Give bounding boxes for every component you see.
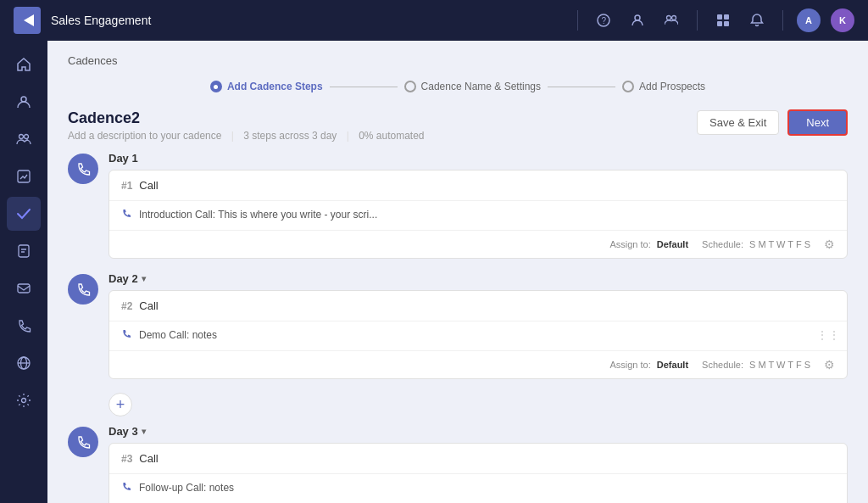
step-3-body: Follow-up Call: notes — [109, 473, 847, 503]
top-navigation: Sales Engagement ? — [0, 0, 868, 41]
step-3-item: Add Prospects — [622, 81, 705, 92]
nav-icons: ? — [574, 8, 854, 32]
sidebar-item-contacts[interactable] — [7, 85, 41, 119]
svg-rect-13 — [19, 245, 29, 257]
step-1-schedule: Schedule: S M T W T F S — [702, 239, 810, 249]
sidebar-item-people[interactable] — [7, 122, 41, 156]
step-line-1 — [330, 87, 398, 87]
svg-point-10 — [19, 135, 24, 139]
svg-point-3 — [667, 16, 671, 20]
avatar-k[interactable]: K — [831, 8, 854, 32]
save-exit-button[interactable]: Save & Exit — [697, 110, 779, 135]
step-2-detail: Demo Call: notes — [121, 328, 835, 342]
svg-rect-12 — [18, 170, 30, 182]
step-1-number: #1 — [121, 180, 132, 192]
step-3-header: #3 Call — [109, 444, 847, 473]
avatar-a[interactable]: A — [797, 8, 821, 32]
step-2-schedule: Schedule: S M T W T F S — [702, 360, 810, 370]
next-button[interactable]: Next — [787, 109, 848, 136]
step-3-circle — [622, 81, 634, 92]
svg-rect-8 — [724, 21, 729, 26]
steps-progress: Add Cadence Steps Cadence Name & Setting… — [68, 81, 848, 92]
day-1-section: Day 1 #1 Call Introduction Call: This is… — [68, 152, 848, 259]
step-2-phone-icon — [121, 328, 132, 342]
cadence-description: Add a description to your cadence | 3 st… — [68, 130, 425, 142]
svg-point-17 — [22, 399, 26, 403]
sidebar-item-reports[interactable] — [7, 159, 41, 193]
svg-rect-5 — [717, 14, 722, 20]
step-2-footer: Assign to: Default Schedule: S M T W T F… — [109, 350, 847, 378]
day-1-label: Day 1 — [108, 152, 848, 165]
day-2-section: Day 2 ▾ #2 Call Demo Call: notes — [68, 272, 848, 379]
app-title: Sales Engagement — [51, 14, 151, 27]
breadcrumb: Cadences — [68, 54, 848, 67]
day-2-icon — [68, 274, 98, 305]
step-1-type: Call — [139, 179, 158, 192]
step-2-detail-text: Demo Call: notes — [139, 329, 217, 341]
svg-point-2 — [635, 15, 640, 20]
step-1-settings-icon[interactable]: ⚙ — [824, 238, 835, 251]
step-1-detail: Introduction Call: This is where you wri… — [121, 208, 835, 221]
drag-handle[interactable]: ⋮⋮ — [816, 328, 840, 342]
svg-point-4 — [672, 16, 676, 20]
step-line-2 — [548, 87, 615, 87]
sidebar-item-cadences[interactable] — [7, 197, 41, 231]
day-2-chevron[interactable]: ▾ — [142, 274, 146, 283]
add-step-button[interactable]: + — [108, 393, 132, 416]
svg-rect-7 — [717, 21, 722, 26]
step-1-assign-label: Assign to: Default — [609, 239, 688, 249]
left-sidebar — [0, 41, 47, 503]
step-1-body: Introduction Call: This is where you wri… — [109, 200, 847, 230]
step-1-circle — [210, 81, 222, 92]
step-2-type: Call — [139, 299, 158, 312]
svg-rect-6 — [724, 14, 729, 20]
phone-icon — [121, 208, 132, 221]
step-3-type: Call — [139, 452, 158, 465]
sidebar-item-home[interactable] — [7, 48, 41, 81]
sidebar-item-email[interactable] — [7, 271, 41, 305]
step-2-assign-label: Assign to: Default — [609, 360, 688, 370]
app-logo[interactable] — [14, 7, 41, 34]
step-1-header: #1 Call — [109, 170, 847, 200]
day-3-step-1-card: #3 Call Follow-up Call: notes — [108, 443, 848, 503]
grid-icon[interactable] — [711, 8, 735, 32]
day-2-label: Day 2 ▾ — [108, 272, 848, 285]
day-2-step-1-card: #2 Call Demo Call: notes — [108, 290, 848, 379]
step-1-label: Add Cadence Steps — [227, 81, 323, 92]
team-icon[interactable] — [659, 8, 683, 32]
step-3-phone-icon — [121, 481, 132, 495]
notification-icon[interactable] — [745, 8, 769, 32]
sidebar-item-integrations[interactable] — [7, 346, 41, 380]
step-2-label: Cadence Name & Settings — [421, 81, 541, 92]
main-content: Cadences Add Cadence Steps Cadence Name … — [47, 41, 868, 503]
step-2-number: #2 — [121, 300, 132, 312]
step-2-header: #2 Call — [109, 291, 847, 321]
step-2-body: Demo Call: notes — [109, 321, 847, 350]
day-2-content: Day 2 ▾ #2 Call Demo Call: notes — [108, 272, 848, 379]
step-3-number: #3 — [121, 453, 132, 465]
step-3-detail-text: Follow-up Call: notes — [139, 482, 234, 494]
step-3-label: Add Prospects — [639, 81, 705, 92]
day-3-chevron[interactable]: ▾ — [142, 427, 146, 436]
help-icon[interactable]: ? — [592, 8, 615, 32]
step-1-footer: Assign to: Default Schedule: S M T W T F… — [109, 230, 847, 258]
cadence-info: Cadence2 Add a description to your caden… — [68, 109, 425, 142]
step-1-item: Add Cadence Steps — [210, 81, 323, 92]
svg-text:?: ? — [602, 16, 607, 25]
svg-rect-14 — [18, 284, 30, 293]
step-3-detail: Follow-up Call: notes — [121, 481, 835, 495]
day-1-icon — [68, 154, 98, 184]
sidebar-item-settings[interactable] — [7, 383, 41, 417]
sidebar-item-phone[interactable] — [7, 309, 41, 343]
sidebar-item-tasks[interactable] — [7, 234, 41, 268]
user-icon[interactable] — [626, 8, 649, 32]
day-3-icon — [68, 427, 98, 457]
svg-point-11 — [25, 135, 29, 139]
cadence-header: Cadence2 Add a description to your caden… — [68, 109, 848, 142]
step-1-detail-text: Introduction Call: This is where you wri… — [139, 209, 377, 221]
header-actions: Save & Exit Next — [697, 109, 848, 136]
day-1-content: Day 1 #1 Call Introduction Call: This is… — [108, 152, 848, 259]
step-2-settings-icon[interactable]: ⚙ — [824, 358, 835, 372]
cadence-title: Cadence2 — [68, 109, 425, 127]
day-1-step-1-card: #1 Call Introduction Call: This is where… — [108, 170, 848, 259]
